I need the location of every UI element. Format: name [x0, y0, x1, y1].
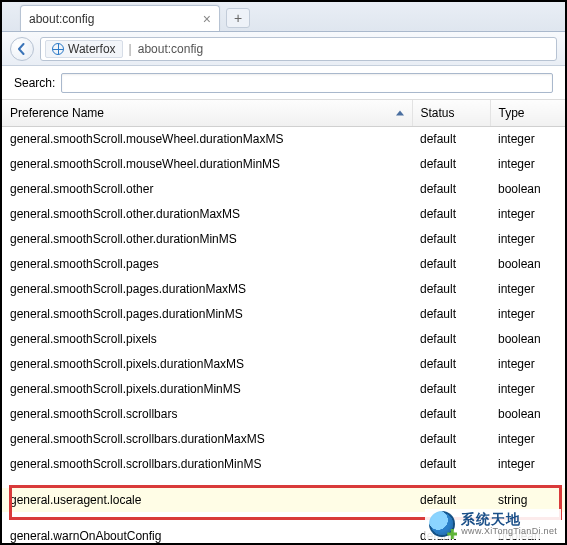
globe-logo-icon	[429, 511, 455, 537]
column-header-type[interactable]: Type	[490, 100, 567, 127]
preferences-table: Preference Name Status Type general.smoo…	[2, 100, 567, 545]
back-button[interactable]	[10, 37, 34, 61]
column-header-status[interactable]: Status	[412, 100, 490, 127]
pref-type: boolean	[490, 177, 567, 202]
pref-name: general.smoothScroll.pixels	[2, 327, 412, 352]
pref-name: general.smoothScroll.other.durationMaxMS	[2, 202, 412, 227]
pref-name	[2, 513, 412, 524]
table-row[interactable]: general.smoothScroll.scrollbars.duration…	[2, 427, 567, 452]
pref-name: general.smoothScroll.scrollbars.duration…	[2, 427, 412, 452]
pref-status: default	[412, 327, 490, 352]
table-row[interactable]: general.smoothScroll.pixelsdefaultboolea…	[2, 327, 567, 352]
search-input[interactable]	[61, 73, 553, 93]
watermark-title: 系统天地	[461, 512, 557, 527]
pref-name: general.smoothScroll.pixels.durationMinM…	[2, 377, 412, 402]
pref-status: default	[412, 227, 490, 252]
pref-type: boolean	[490, 327, 567, 352]
tab-strip: about:config × +	[2, 2, 565, 32]
pref-type: integer	[490, 452, 567, 477]
url-path: about:config	[138, 42, 203, 56]
watermark-url: www.XiTongTianDi.net	[461, 527, 557, 536]
pref-name	[2, 477, 412, 488]
site-name: Waterfox	[68, 42, 116, 56]
tab-title: about:config	[29, 12, 94, 26]
pref-name: general.warnOnAboutConfig	[2, 524, 412, 546]
table-row[interactable]: general.smoothScroll.other.durationMinMS…	[2, 227, 567, 252]
pref-name: general.smoothScroll.other	[2, 177, 412, 202]
pref-type: integer	[490, 127, 567, 152]
pref-status: default	[412, 352, 490, 377]
pref-status: default	[412, 452, 490, 477]
pref-name: general.smoothScroll.pages	[2, 252, 412, 277]
pref-status: default	[412, 302, 490, 327]
pref-status: default	[412, 252, 490, 277]
table-row[interactable]: general.smoothScroll.scrollbars.duration…	[2, 452, 567, 477]
table-row[interactable]: general.smoothScroll.otherdefaultboolean	[2, 177, 567, 202]
table-row[interactable]: general.smoothScroll.mouseWheel.duration…	[2, 152, 567, 177]
column-header-name[interactable]: Preference Name	[2, 100, 412, 127]
pref-name: general.smoothScroll.pages.durationMaxMS	[2, 277, 412, 302]
pref-name: general.smoothScroll.mouseWheel.duration…	[2, 127, 412, 152]
pref-status: default	[412, 377, 490, 402]
url-bar[interactable]: Waterfox | about:config	[40, 37, 557, 61]
pref-status: default	[412, 202, 490, 227]
pref-status: default	[412, 277, 490, 302]
new-tab-button[interactable]: +	[226, 8, 250, 28]
table-row[interactable]: general.smoothScroll.pages.durationMaxMS…	[2, 277, 567, 302]
pref-type	[490, 477, 567, 488]
table-row[interactable]: general.smoothScroll.pagesdefaultboolean	[2, 252, 567, 277]
globe-icon	[52, 43, 64, 55]
pref-status: default	[412, 152, 490, 177]
table-row[interactable]: general.smoothScroll.pages.durationMinMS…	[2, 302, 567, 327]
pref-type: integer	[490, 302, 567, 327]
site-identity-chip[interactable]: Waterfox	[45, 40, 123, 58]
pref-status: default	[412, 427, 490, 452]
close-icon[interactable]: ×	[203, 12, 211, 26]
sort-ascending-icon	[396, 111, 404, 116]
table-row[interactable]	[2, 477, 567, 488]
nav-bar: Waterfox | about:config	[2, 32, 565, 66]
arrow-left-icon	[16, 43, 28, 55]
url-separator: |	[127, 42, 134, 56]
pref-type: boolean	[490, 252, 567, 277]
pref-type: integer	[490, 202, 567, 227]
pref-name: general.smoothScroll.mouseWheel.duration…	[2, 152, 412, 177]
table-row[interactable]: general.smoothScroll.other.durationMaxMS…	[2, 202, 567, 227]
pref-type: integer	[490, 227, 567, 252]
pref-name: general.smoothScroll.pages.durationMinMS	[2, 302, 412, 327]
watermark: 系统天地 www.XiTongTianDi.net	[425, 509, 561, 539]
pref-status: default	[412, 127, 490, 152]
table-row[interactable]: general.smoothScroll.mouseWheel.duration…	[2, 127, 567, 152]
pref-name: general.smoothScroll.scrollbars.duration…	[2, 452, 412, 477]
pref-type: integer	[490, 427, 567, 452]
search-row: Search:	[2, 66, 565, 100]
pref-type: integer	[490, 152, 567, 177]
table-row[interactable]: general.smoothScroll.pixels.durationMaxM…	[2, 352, 567, 377]
pref-name: general.smoothScroll.scrollbars	[2, 402, 412, 427]
pref-type: boolean	[490, 402, 567, 427]
pref-name: general.smoothScroll.other.durationMinMS	[2, 227, 412, 252]
pref-status	[412, 477, 490, 488]
search-label: Search:	[14, 76, 55, 90]
pref-status: default	[412, 402, 490, 427]
browser-tab[interactable]: about:config ×	[20, 5, 220, 31]
pref-status: default	[412, 177, 490, 202]
pref-type: integer	[490, 277, 567, 302]
table-row[interactable]: general.smoothScroll.scrollbarsdefaultbo…	[2, 402, 567, 427]
pref-type: integer	[490, 352, 567, 377]
pref-name: general.useragent.locale	[2, 488, 412, 513]
pref-name: general.smoothScroll.pixels.durationMaxM…	[2, 352, 412, 377]
table-row[interactable]: general.smoothScroll.pixels.durationMinM…	[2, 377, 567, 402]
pref-type: integer	[490, 377, 567, 402]
